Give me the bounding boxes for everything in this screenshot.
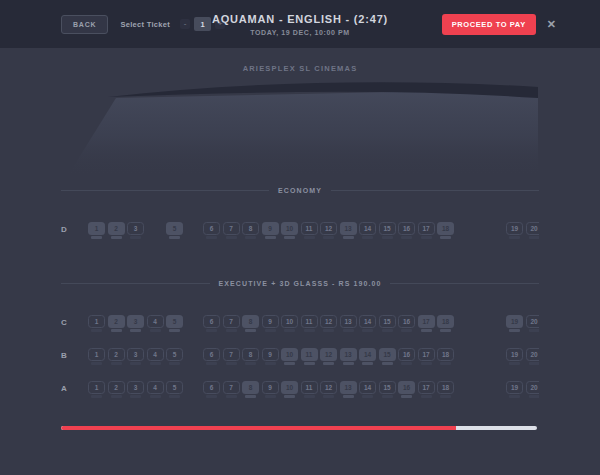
seat-C15[interactable]: 15 [379,315,396,332]
seat-C20[interactable]: 20 [526,315,540,332]
seat-number: 17 [418,222,435,235]
seat-number: 16 [398,348,415,361]
seat-C9[interactable]: 9 [262,315,279,332]
seat-number: 6 [203,222,220,235]
seat-number: 10 [281,315,298,328]
seat-number: 16 [398,315,415,328]
seat-A3[interactable]: 3 [127,381,144,398]
seat-A19[interactable]: 19 [506,381,523,398]
seat-B2[interactable]: 2 [108,348,125,365]
seat-D6[interactable]: 6 [203,222,220,239]
seat-D11[interactable]: 11 [301,222,318,239]
seat-A20[interactable]: 20 [526,381,540,398]
seat-foot [509,395,520,398]
seat-foot [284,362,295,365]
seat-B20[interactable]: 20 [526,348,540,365]
seat-A17[interactable]: 17 [418,381,435,398]
seat-A8: 8 [242,381,259,398]
row-label: B [61,348,88,360]
seat-C4[interactable]: 4 [147,315,164,332]
seat-D16[interactable]: 16 [398,222,415,239]
seat-C11[interactable]: 11 [301,315,318,332]
seat-C16[interactable]: 16 [398,315,415,332]
seat-D1: 1 [88,222,105,239]
seat-A6[interactable]: 6 [203,381,220,398]
seat-B18[interactable]: 18 [437,348,454,365]
seat-C1[interactable]: 1 [88,315,105,332]
seat-number: 8 [242,381,259,394]
seat-D17[interactable]: 17 [418,222,435,239]
seat-foot [362,236,373,239]
seat-C13[interactable]: 13 [340,315,357,332]
seat-number: 13 [340,222,357,235]
seat-A1[interactable]: 1 [88,381,105,398]
seat-number: 3 [127,222,144,235]
seat-C7[interactable]: 7 [223,315,240,332]
seat-D7[interactable]: 7 [223,222,240,239]
seat-foot [529,395,540,398]
seat-D15[interactable]: 15 [379,222,396,239]
seat-A12[interactable]: 12 [320,381,337,398]
seat-B7[interactable]: 7 [223,348,240,365]
seat-D20[interactable]: 20 [526,222,540,239]
seat-number: 2 [108,315,125,328]
seat-D3[interactable]: 3 [127,222,144,239]
seat-B1[interactable]: 1 [88,348,105,365]
seat-B17[interactable]: 17 [418,348,435,365]
seat-foot [343,362,354,365]
seat-number: 5 [166,222,183,235]
cinema-name: ARIESPLEX SL CINEMAS [61,48,539,73]
seat-A5[interactable]: 5 [166,381,183,398]
seat-foot [226,236,237,239]
seat-A18[interactable]: 18 [437,381,454,398]
seat-B19[interactable]: 19 [506,348,523,365]
seat-C12[interactable]: 12 [320,315,337,332]
seat-B12: 12 [320,348,337,365]
close-icon[interactable]: ✕ [547,19,556,30]
seat-A14[interactable]: 14 [359,381,376,398]
proceed-to-pay-button[interactable]: PROCEED TO PAY [442,14,536,35]
seat-number: 5 [166,381,183,394]
seat-number: 4 [147,315,164,328]
minus-icon[interactable]: - [180,19,190,29]
seat-foot [91,329,102,332]
seat-foot [169,362,180,365]
seat-A2[interactable]: 2 [108,381,125,398]
booking-progress-bar [61,426,537,430]
seat-foot [206,329,217,332]
seat-number: 11 [301,315,318,328]
booking-progress-fill [61,426,456,430]
seat-foot [91,236,102,239]
divider-line [390,283,539,284]
back-button[interactable]: BACK [61,15,108,34]
seat-number: 12 [320,381,337,394]
seat-C19: 19 [506,315,523,332]
seat-B13: 13 [340,348,357,365]
seat-B5[interactable]: 5 [166,348,183,365]
seat-A4[interactable]: 4 [147,381,164,398]
seat-foot [362,329,373,332]
seat-B9[interactable]: 9 [262,348,279,365]
seat-A15[interactable]: 15 [379,381,396,398]
seat-D14[interactable]: 14 [359,222,376,239]
seat-C18: 18 [437,315,454,332]
seat-B4[interactable]: 4 [147,348,164,365]
seat-B16[interactable]: 16 [398,348,415,365]
seat-B6[interactable]: 6 [203,348,220,365]
seat-D12[interactable]: 12 [320,222,337,239]
seat-B8[interactable]: 8 [242,348,259,365]
seat-D8[interactable]: 8 [242,222,259,239]
seat-number: 7 [223,348,240,361]
seat-D10: 10 [281,222,298,239]
seat-C14[interactable]: 14 [359,315,376,332]
seat-A9[interactable]: 9 [262,381,279,398]
seat-B3[interactable]: 3 [127,348,144,365]
select-ticket-label: Select Ticket [120,20,170,29]
seat-A11[interactable]: 11 [301,381,318,398]
seat-A7[interactable]: 7 [223,381,240,398]
seat-C6[interactable]: 6 [203,315,220,332]
seat-number: 12 [320,222,337,235]
seat-block: 1920 [506,381,539,398]
seat-D19[interactable]: 19 [506,222,523,239]
seat-C10[interactable]: 10 [281,315,298,332]
